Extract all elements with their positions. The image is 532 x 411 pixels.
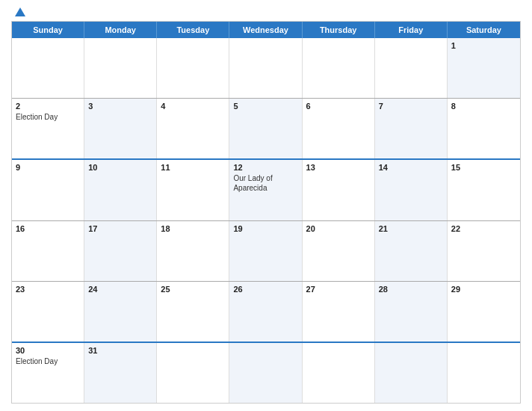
calendar-cell [303,38,375,98]
calendar-cell: 28 [375,282,448,342]
calendar-cell: 6 [303,99,375,158]
day-number: 28 [379,285,443,294]
calendar-cell [229,343,302,403]
day-number: 17 [88,224,152,233]
day-number: 14 [379,163,443,172]
day-number: 26 [233,285,297,294]
day-number: 18 [161,224,225,233]
day-number: 15 [451,163,516,172]
calendar-cell [157,38,229,98]
calendar-cell: 29 [448,282,520,342]
weekday-header: Thursday [303,22,375,38]
day-number: 4 [161,102,225,111]
calendar-cell [157,343,229,403]
calendar-cell: 27 [303,282,375,342]
calendar-cell: 13 [303,160,375,220]
calendar-cell [375,343,448,403]
day-number: 8 [451,102,516,111]
day-number: 25 [161,285,225,294]
day-number: 19 [233,224,297,233]
weekday-header: Tuesday [157,22,229,38]
day-number: 22 [451,224,516,233]
calendar-cell: 22 [448,221,520,281]
day-number: 31 [88,346,152,355]
calendar-cell [448,343,520,403]
calendar-cell [375,38,448,98]
day-number: 3 [88,102,152,111]
calendar-cell: 14 [375,160,448,220]
calendar-body: 12Election Day3456789101112Our Lady of A… [12,38,520,403]
calendar-cell: 11 [157,160,229,220]
calendar-cell [303,343,375,403]
calendar-week: 1 [12,38,520,98]
logo-triangle-icon [15,7,25,16]
day-number: 13 [306,163,371,172]
calendar-cell: 1 [448,38,520,98]
calendar-cell: 8 [448,99,520,158]
calendar-cell: 21 [375,221,448,281]
calendar-event: Election Day [16,356,80,366]
calendar-cell: 9 [12,160,84,220]
calendar-week: 9101112Our Lady of Aparecida131415 [12,158,520,220]
calendar-cell [229,38,302,98]
calendar-cell: 12Our Lady of Aparecida [229,160,302,220]
calendar-cell: 7 [375,99,448,158]
calendar-cell: 25 [157,282,229,342]
weekday-header: Sunday [12,22,84,38]
calendar-cell: 26 [229,282,302,342]
day-number: 1 [451,41,516,50]
calendar-page: SundayMondayTuesdayWednesdayThursdayFrid… [0,0,532,411]
day-number: 21 [379,224,443,233]
day-number: 7 [379,102,443,111]
calendar-cell: 17 [84,221,157,281]
calendar-cell: 5 [229,99,302,158]
calendar-cell: 20 [303,221,375,281]
day-number: 6 [306,102,371,111]
day-number: 30 [16,346,80,355]
day-number: 24 [88,285,152,294]
weekday-header: Monday [84,22,157,38]
calendar-cell: 30Election Day [12,343,84,403]
calendar-week: 2Election Day345678 [12,98,520,158]
calendar-cell: 15 [448,160,520,220]
day-number: 2 [16,102,80,111]
weekday-header: Wednesday [229,22,302,38]
calendar-cell: 23 [12,282,84,342]
calendar-event: Our Lady of Aparecida [233,173,297,193]
day-number: 5 [233,102,297,111]
day-number: 27 [306,285,371,294]
day-number: 16 [16,224,80,233]
logo [14,7,26,16]
calendar-week: 16171819202122 [12,220,520,281]
calendar-cell: 3 [84,99,157,158]
day-number: 10 [88,163,152,172]
calendar-event: Election Day [16,112,80,122]
day-number: 12 [233,163,297,172]
calendar-cell: 18 [157,221,229,281]
day-number: 20 [306,224,371,233]
calendar-week: 30Election Day31 [12,342,520,403]
calendar-week: 23242526272829 [12,281,520,342]
day-number: 23 [16,285,80,294]
calendar-cell: 24 [84,282,157,342]
calendar-cell [12,38,84,98]
calendar-cell: 4 [157,99,229,158]
calendar-header: SundayMondayTuesdayWednesdayThursdayFrid… [12,22,520,38]
header [11,7,521,16]
weekday-header: Saturday [448,22,520,38]
calendar-cell: 2Election Day [12,99,84,158]
calendar-cell [84,38,157,98]
day-number: 9 [16,163,80,172]
day-number: 11 [161,163,225,172]
calendar-cell: 10 [84,160,157,220]
calendar-cell: 19 [229,221,302,281]
calendar-cell: 31 [84,343,157,403]
calendar: SundayMondayTuesdayWednesdayThursdayFrid… [11,21,521,404]
weekday-header: Friday [375,22,448,38]
calendar-cell: 16 [12,221,84,281]
day-number: 29 [451,285,516,294]
